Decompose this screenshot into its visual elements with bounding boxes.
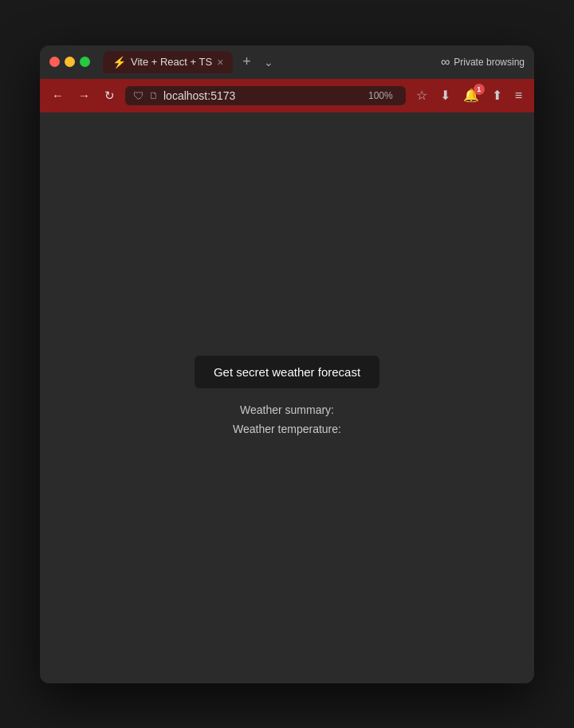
weather-summary: Weather summary: (233, 401, 341, 420)
get-weather-button[interactable]: Get secret weather forecast (195, 356, 379, 388)
back-button[interactable]: ← (48, 85, 68, 105)
maximize-window-button[interactable] (80, 57, 90, 67)
traffic-lights (49, 57, 90, 67)
bookmark-button[interactable]: ☆ (412, 85, 431, 105)
share-button[interactable]: ⬆ (488, 85, 506, 105)
tab-label: Vite + React + TS (131, 56, 212, 68)
tab-favicon-icon: ⚡ (112, 56, 126, 69)
private-browsing-badge: ∞ Private browsing (441, 55, 525, 69)
new-tab-button[interactable]: + (236, 50, 258, 73)
security-shield-icon: 🛡 (133, 89, 144, 102)
close-window-button[interactable] (49, 57, 60, 67)
page-content: Get secret weather forecast Weather summ… (40, 112, 534, 683)
forward-button[interactable]: → (74, 85, 94, 105)
page-type-icon: 🗋 (149, 90, 159, 101)
menu-button[interactable]: ≡ (511, 86, 526, 105)
tab-close-button[interactable]: × (217, 57, 223, 68)
address-bar[interactable]: 🛡 🗋 localhost:5173 100% (125, 86, 406, 105)
active-tab[interactable]: ⚡ Vite + React + TS × (103, 51, 233, 73)
weather-temperature: Weather temperature: (233, 420, 341, 439)
url-text: localhost:5173 (163, 89, 359, 102)
title-bar: ⚡ Vite + React + TS × + ⌄ ∞ Private brow… (40, 45, 534, 79)
toolbar: ← → ↻ 🛡 🗋 localhost:5173 100% ☆ ⬇ 🔔 1 ⬆ … (40, 79, 534, 112)
reload-button[interactable]: ↻ (100, 85, 119, 106)
private-browsing-icon: ∞ (441, 55, 450, 69)
browser-window: ⚡ Vite + React + TS × + ⌄ ∞ Private brow… (40, 45, 534, 683)
tab-bar: ⚡ Vite + React + TS × + ⌄ (103, 50, 434, 73)
minimize-window-button[interactable] (65, 57, 75, 67)
pocket-button[interactable]: ⬇ (436, 85, 454, 105)
weather-info: Weather summary: Weather temperature: (233, 401, 341, 439)
notification-button[interactable]: 🔔 1 (459, 85, 483, 105)
tabs-dropdown-button[interactable]: ⌄ (261, 53, 277, 72)
notification-badge: 1 (474, 84, 485, 95)
zoom-level: 100% (364, 90, 398, 101)
private-browsing-label: Private browsing (454, 57, 525, 68)
toolbar-icons: ☆ ⬇ 🔔 1 ⬆ ≡ (412, 85, 526, 105)
